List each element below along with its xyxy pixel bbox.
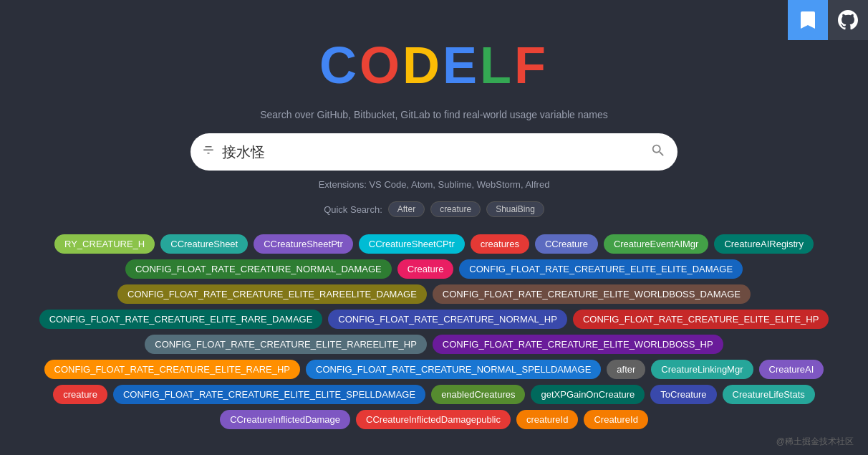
filter-icon [202,144,215,161]
tag-item[interactable]: CONFIG_FLOAT_RATE_CREATURE_ELITE_WORLDBO… [433,335,723,354]
tag-item[interactable]: creatures [471,234,529,254]
quick-search-label: Quick Search: [324,204,382,215]
tag-item[interactable]: CCreature [535,234,598,254]
quick-search-container: Quick Search: After creature ShuaiBing [0,201,868,217]
logo-container: CODELF [0,36,868,95]
tag-item[interactable]: CreatureLifeStats [723,385,815,404]
tag-item[interactable]: CONFIG_FLOAT_RATE_CREATURE_NORMAL_SPELLD… [306,360,601,379]
quick-tag-after[interactable]: After [388,201,425,217]
tag-item[interactable]: CONFIG_FLOAT_RATE_CREATURE_ELITE_RAREELI… [145,335,427,354]
extensions-text: Extensions: VS Code, Atom, Sublime, WebS… [0,179,868,190]
tag-item[interactable]: creature [53,385,107,404]
tag-item[interactable]: CreatureEventAIMgr [604,234,709,254]
subtitle: Search over GitHub, Bitbucket, GitLab to… [0,109,868,120]
tag-item[interactable]: CreatureLinkingMgr [651,360,753,379]
tag-item[interactable]: CONFIG_FLOAT_RATE_CREATURE_ELITE_ELITE_S… [113,385,425,404]
tag-item[interactable]: after [607,360,645,379]
tag-item[interactable]: CCreatureSheetPtr [254,234,353,254]
bookmark-icon-button[interactable] [788,0,828,40]
search-box [191,133,677,171]
tag-item[interactable]: CONFIG_FLOAT_RATE_CREATURE_ELITE_ELITE_H… [573,310,829,329]
tag-item[interactable]: CCreatureSheet [160,234,248,254]
logo-letter-d: D [402,37,443,94]
tag-item[interactable]: getXPGainOnCreature [531,385,645,404]
tag-item[interactable]: CCreatureInflictedDamage [220,410,350,429]
tag-item[interactable]: enabledCreatures [431,385,525,404]
tag-item[interactable]: CreatureAIRegistry [714,234,814,254]
tag-item[interactable]: Creature [397,259,454,279]
quick-tag-creature[interactable]: creature [430,201,481,217]
tag-item[interactable]: CONFIG_FLOAT_RATE_CREATURE_ELITE_RAREELI… [117,284,427,304]
tags-container: RY_CREATURE_HCCreatureSheetCCreatureShee… [0,234,868,429]
logo-letter-f: F [514,37,549,94]
tag-item[interactable]: CreatureAI [759,360,824,379]
tag-item[interactable]: RY_CREATURE_H [54,234,155,254]
logo-text: CODELF [319,36,549,95]
tag-item[interactable]: CONFIG_FLOAT_RATE_CREATURE_ELITE_ELITE_D… [459,259,743,279]
tag-item[interactable]: CreatureId [584,410,647,429]
logo-letter-l: L [480,37,514,94]
tag-item[interactable]: CONFIG_FLOAT_RATE_CREATURE_ELITE_RARE_HP [44,360,300,379]
tag-item[interactable]: CCreatureInflictedDamagepublic [356,410,511,429]
search-input[interactable] [222,144,643,161]
tag-item[interactable]: CONFIG_FLOAT_RATE_CREATURE_NORMAL_DAMAGE [125,259,392,279]
tag-item[interactable]: CONFIG_FLOAT_RATE_CREATURE_NORMAL_HP [328,310,567,329]
tag-item[interactable]: CCreatureSheetCPtr [359,234,465,254]
logo-letter-e: E [443,37,480,94]
top-icons-container [788,0,868,40]
logo-letter-c: C [319,37,360,94]
tag-item[interactable]: creatureId [516,410,579,429]
quick-tag-shuaibing[interactable]: ShuaiBing [486,201,544,217]
tag-item[interactable]: ToCreature [650,385,716,404]
footer-text: @稀土掘金技术社区 [776,436,854,448]
logo-letter-o: O [360,37,402,94]
tag-item[interactable]: CONFIG_FLOAT_RATE_CREATURE_ELITE_WORLDBO… [433,284,751,304]
search-go-icon[interactable] [650,143,666,162]
github-icon-button[interactable] [828,0,868,40]
search-container [0,133,868,171]
tag-item[interactable]: CONFIG_FLOAT_RATE_CREATURE_ELITE_RARE_DA… [39,310,323,329]
